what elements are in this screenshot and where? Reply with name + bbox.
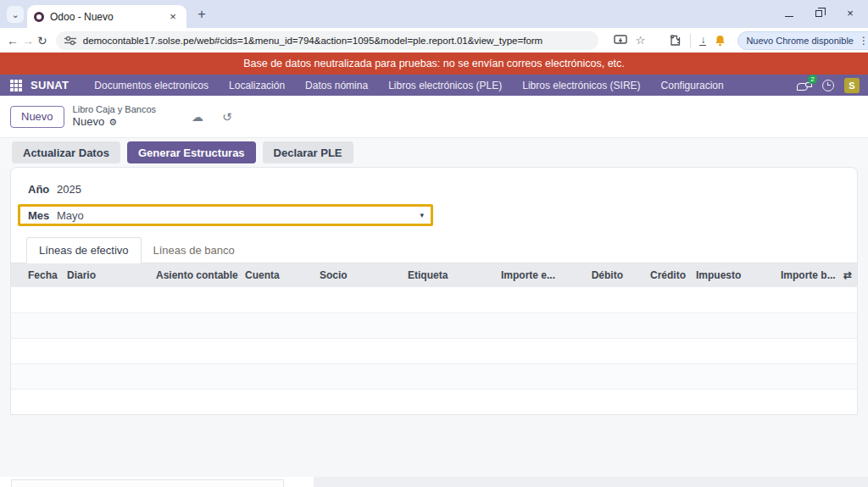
reload-button[interactable]: ↻ <box>37 30 47 51</box>
col-debito[interactable]: Débito <box>560 263 628 287</box>
chrome-update-label: Nuevo Chrome disponible <box>746 36 854 46</box>
tab-search-button[interactable]: ⌄ <box>7 6 24 23</box>
month-field-row-highlighted: Mes Mayo ▾ <box>18 204 433 226</box>
col-credito[interactable]: Crédito <box>628 263 691 287</box>
nav-item-libros-ple[interactable]: Libros electrónicos (PLE) <box>380 80 510 91</box>
cash-lines-table: Fecha Diario Asiento contable Cuenta Soc… <box>11 263 858 415</box>
tab-lineas-de-banco[interactable]: Líneas de banco <box>142 238 247 263</box>
col-fecha[interactable]: Fecha <box>11 263 62 287</box>
month-label: Mes <box>28 209 57 222</box>
control-panel: Nuevo Libro Caja y Bancos Nuevo ⚙ ☁ ↺ <box>0 96 868 138</box>
apps-grid-icon[interactable] <box>10 80 22 91</box>
odoo-favicon-icon <box>34 12 44 22</box>
messages-count-badge: 2 <box>808 75 817 84</box>
record-save-indicators: ☁ ↺ <box>192 110 232 124</box>
status-ghost-box <box>11 479 284 487</box>
discard-icon[interactable]: ↺ <box>222 110 232 124</box>
toolbar-divider <box>690 34 691 47</box>
col-socio[interactable]: Socio <box>314 263 403 287</box>
chrome-update-button[interactable]: Nuevo Chrome disponible ⋮ <box>737 31 868 50</box>
tab-title: Odoo - Nuevo <box>50 11 160 23</box>
generate-structures-button[interactable]: Generar Estructuras <box>127 141 256 163</box>
odoo-navbar: SUNAT Documentos electronicos Localizaci… <box>0 75 868 96</box>
col-etiqueta[interactable]: Etiqueta <box>403 263 479 287</box>
breadcrumb: Libro Caja y Bancos Nuevo ⚙ <box>73 104 156 130</box>
col-cuenta[interactable]: Cuenta <box>240 263 314 287</box>
nav-item-documentos-electronicos[interactable]: Documentos electronicos <box>86 80 217 91</box>
cloud-save-icon[interactable]: ☁ <box>192 110 203 124</box>
send-to-device-icon[interactable] <box>614 35 627 46</box>
chevron-down-icon: ⌄ <box>11 9 19 20</box>
new-record-button[interactable]: Nuevo <box>10 106 64 128</box>
browser-tab[interactable]: Odoo - Nuevo × <box>27 5 186 28</box>
bottom-strip <box>0 477 868 487</box>
dropdown-caret-icon: ▾ <box>420 211 424 219</box>
close-button[interactable]: × <box>844 7 856 19</box>
table-row[interactable] <box>11 338 858 363</box>
optional-columns-icon[interactable]: ⇄ <box>837 263 858 287</box>
table-row[interactable] <box>11 287 858 313</box>
year-label: Año <box>28 183 57 196</box>
year-value[interactable]: 2025 <box>57 183 81 196</box>
table-row[interactable] <box>11 389 858 414</box>
toolbar-icons: ☆ ↓ <box>614 34 726 47</box>
table-row[interactable] <box>11 363 858 389</box>
address-bar[interactable]: democontable17.solse.pe/web#cids=1&menu_… <box>56 31 598 50</box>
col-impuesto[interactable]: Impuesto <box>691 263 776 287</box>
bookmark-star-icon[interactable]: ☆ <box>636 34 646 47</box>
screen: ⌄ Odoo - Nuevo × + × ← → ↻ democontable1… <box>0 0 868 487</box>
bottom-strip-right <box>314 477 868 487</box>
neutralized-db-banner: Base de datos neutralizada para pruebas:… <box>0 53 868 75</box>
back-button[interactable]: ← <box>7 30 19 51</box>
form-sheet: Año 2025 Mes Mayo ▾ Líneas de efectivo L… <box>10 167 858 415</box>
breadcrumb-parent[interactable]: Libro Caja y Bancos <box>73 104 156 116</box>
app-brand[interactable]: SUNAT <box>31 79 69 91</box>
messages-button[interactable]: 2 <box>797 79 812 92</box>
tab-close-icon[interactable]: × <box>166 10 180 24</box>
declare-ple-button[interactable]: Declarar PLE <box>263 141 353 163</box>
restore-icon <box>815 10 822 17</box>
forward-button[interactable]: → <box>22 30 34 51</box>
minimize-button[interactable] <box>785 5 793 20</box>
nav-item-localizacion[interactable]: Localización <box>220 80 293 91</box>
browser-menu-icon[interactable]: ⋮ <box>859 35 868 47</box>
banner-text: Base de datos neutralizada para pruebas:… <box>243 58 625 69</box>
col-importe-b[interactable]: Importe b... <box>776 263 837 287</box>
nav-item-datos-nomina[interactable]: Datos nómina <box>297 80 376 91</box>
url-text[interactable]: democontable17.solse.pe/web#cids=1&menu_… <box>83 36 542 46</box>
new-tab-button[interactable]: + <box>193 7 210 22</box>
actions-gear-icon[interactable]: ⚙ <box>108 117 117 129</box>
notebook-tabs: Líneas de efectivo Líneas de banco <box>11 237 857 263</box>
alert-bell-icon[interactable] <box>715 35 726 47</box>
window-controls: × <box>785 0 863 25</box>
restore-button[interactable] <box>815 5 822 20</box>
activities-clock-icon[interactable] <box>822 80 834 91</box>
nav-item-libros-sire[interactable]: Libros electrónicos (SIRE) <box>514 80 648 91</box>
minimize-icon <box>785 16 793 18</box>
tab-lineas-de-efectivo[interactable]: Líneas de efectivo <box>26 237 142 263</box>
browser-toolbar: ← → ↻ democontable17.solse.pe/web#cids=1… <box>0 28 868 53</box>
extensions-icon[interactable] <box>669 34 682 47</box>
nav-right: 2 S <box>797 78 860 93</box>
user-avatar[interactable]: S <box>844 78 860 93</box>
month-select[interactable]: Mayo ▾ <box>57 209 431 222</box>
update-data-button[interactable]: Actualizar Datos <box>12 141 120 163</box>
browser-tabstrip: ⌄ Odoo - Nuevo × + × <box>0 0 868 28</box>
action-button-row: Actualizar Datos Generar Estructuras Dec… <box>0 138 868 167</box>
nav-item-configuracion[interactable]: Configuracion <box>653 80 732 91</box>
table-row[interactable] <box>11 313 858 338</box>
table-header-row: Fecha Diario Asiento contable Cuenta Soc… <box>11 263 858 287</box>
year-field-row: Año 2025 <box>11 168 857 197</box>
download-icon[interactable]: ↓ <box>699 36 706 46</box>
month-value: Mayo <box>57 209 84 222</box>
breadcrumb-current: Nuevo <box>73 115 105 129</box>
col-asiento-contable[interactable]: Asiento contable <box>151 263 240 287</box>
site-settings-icon[interactable] <box>64 36 76 46</box>
col-importe-e[interactable]: Importe e... <box>479 263 560 287</box>
col-diario[interactable]: Diario <box>62 263 151 287</box>
